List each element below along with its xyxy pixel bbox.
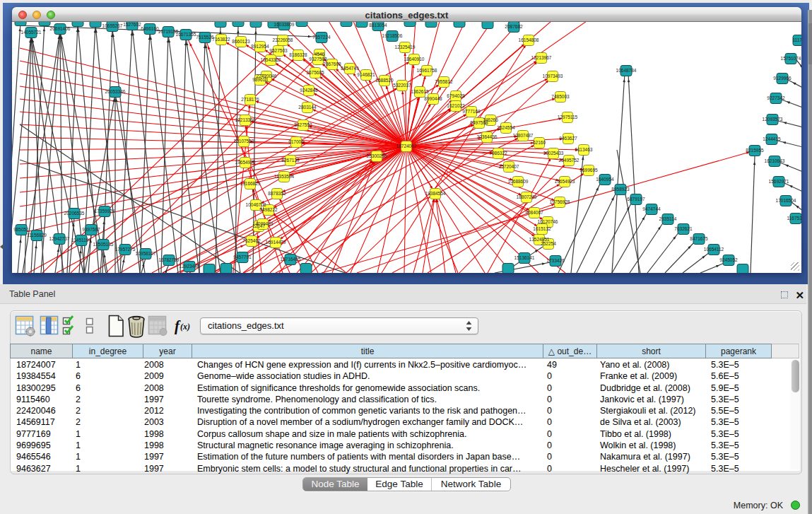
svg-text:11451194: 11451194 xyxy=(71,238,91,243)
svg-text:7485003: 7485003 xyxy=(551,94,570,99)
svg-text:1362615: 1362615 xyxy=(411,89,429,94)
svg-text:5498222: 5498222 xyxy=(259,207,278,212)
svg-text:9113463: 9113463 xyxy=(575,147,593,152)
svg-text:617004: 617004 xyxy=(288,139,304,144)
svg-text:11170: 11170 xyxy=(792,37,801,42)
svg-text:14055721: 14055721 xyxy=(21,30,42,35)
svg-text:8215955: 8215955 xyxy=(746,148,764,153)
svg-text:10654112: 10654112 xyxy=(704,247,724,252)
svg-text:19166829: 19166829 xyxy=(240,181,261,186)
svg-text:17016504: 17016504 xyxy=(776,198,796,203)
svg-text:9242848: 9242848 xyxy=(300,88,318,93)
svg-text:9777169: 9777169 xyxy=(462,109,481,114)
svg-text:1167533: 1167533 xyxy=(787,216,801,221)
svg-text:9327508: 9327508 xyxy=(309,57,327,62)
svg-text:1640954: 1640954 xyxy=(596,177,614,182)
svg-text:7625402: 7625402 xyxy=(242,238,261,243)
svg-text:1244415: 1244415 xyxy=(763,136,781,141)
svg-text:10025433: 10025433 xyxy=(543,151,564,156)
svg-text:25300295: 25300295 xyxy=(367,153,387,158)
svg-text:(x): (x) xyxy=(180,322,190,332)
svg-text:9474744: 9474744 xyxy=(642,206,661,211)
svg-text:16961758: 16961758 xyxy=(417,68,437,73)
svg-text:18807249: 18807249 xyxy=(517,194,537,199)
svg-text:8990448: 8990448 xyxy=(424,96,442,101)
svg-text:15716485: 15716485 xyxy=(281,257,301,262)
svg-text:9146821: 9146821 xyxy=(357,72,375,77)
svg-text:9245052: 9245052 xyxy=(719,257,738,262)
svg-text:12923448: 12923448 xyxy=(180,264,200,269)
svg-text:9397587: 9397587 xyxy=(82,227,100,232)
svg-text:15720407: 15720407 xyxy=(499,164,519,169)
svg-text:19654923: 19654923 xyxy=(555,179,575,184)
svg-text:20691406: 20691406 xyxy=(50,26,71,31)
svg-text:10046708: 10046708 xyxy=(246,202,266,207)
svg-text:25495752: 25495752 xyxy=(559,158,579,163)
svg-text:62160: 62160 xyxy=(533,140,546,145)
svg-text:12942737: 12942737 xyxy=(49,236,70,241)
svg-text:16120746: 16120746 xyxy=(538,219,558,224)
svg-text:8427552: 8427552 xyxy=(294,122,312,127)
svg-text:9457791: 9457791 xyxy=(233,255,252,259)
svg-text:989613: 989613 xyxy=(252,77,268,82)
svg-text:12213967: 12213967 xyxy=(531,55,552,60)
svg-text:8267130: 8267130 xyxy=(281,158,300,163)
svg-text:7632621: 7632621 xyxy=(674,226,693,231)
svg-text:18640910: 18640910 xyxy=(404,57,425,62)
svg-text:10655267: 10655267 xyxy=(102,23,123,28)
svg-text:3624554: 3624554 xyxy=(497,125,515,130)
svg-text:7357224: 7357224 xyxy=(312,35,331,40)
svg-text:6879197: 6879197 xyxy=(627,197,645,201)
svg-text:20206535: 20206535 xyxy=(64,211,85,216)
svg-text:15751074: 15751074 xyxy=(781,56,801,61)
svg-text:6497568: 6497568 xyxy=(470,120,488,125)
svg-text:2935114: 2935114 xyxy=(659,216,677,221)
svg-text:2867608: 2867608 xyxy=(323,62,341,66)
svg-text:16033809: 16033809 xyxy=(274,22,295,27)
svg-text:8454749: 8454749 xyxy=(341,66,359,71)
svg-text:19218506: 19218506 xyxy=(382,33,403,38)
svg-text:6466160: 6466160 xyxy=(141,26,159,31)
svg-text:10958107: 10958107 xyxy=(136,251,156,256)
svg-text:9129966: 9129966 xyxy=(773,76,792,81)
svg-text:16914479: 16914479 xyxy=(266,240,286,245)
svg-text:15136141: 15136141 xyxy=(514,255,535,260)
svg-text:20364436: 20364436 xyxy=(477,134,498,139)
svg-text:10688609: 10688609 xyxy=(508,179,529,184)
svg-text:16154808: 16154808 xyxy=(519,37,539,42)
svg-text:1527602: 1527602 xyxy=(123,22,141,27)
svg-text:1615132: 1615132 xyxy=(533,226,551,231)
svg-text:7986322: 7986322 xyxy=(489,151,507,156)
svg-text:19756928: 19756928 xyxy=(550,199,570,204)
svg-text:12093573: 12093573 xyxy=(763,117,783,122)
svg-text:12975115: 12975115 xyxy=(558,115,578,119)
svg-text:10648784: 10648784 xyxy=(616,68,637,73)
svg-text:3675685: 3675685 xyxy=(306,70,324,75)
svg-text:19654925: 19654925 xyxy=(235,160,256,165)
svg-text:10107553: 10107553 xyxy=(234,139,254,144)
svg-text:12213369: 12213369 xyxy=(235,117,256,122)
svg-text:9527503: 9527503 xyxy=(269,48,288,53)
svg-text:10973493: 10973493 xyxy=(543,74,563,78)
svg-text:8912954: 8912954 xyxy=(251,44,269,49)
svg-text:12325419: 12325419 xyxy=(395,45,416,49)
svg-text:14099489: 14099489 xyxy=(253,221,273,226)
svg-text:985051: 985051 xyxy=(13,227,29,232)
svg-text:9463627: 9463627 xyxy=(559,136,577,141)
svg-text:1588520: 1588520 xyxy=(375,78,394,83)
svg-text:18724007: 18724007 xyxy=(396,144,417,148)
svg-text:9084067: 9084067 xyxy=(525,210,543,215)
svg-text:8660123: 8660123 xyxy=(232,39,250,44)
svg-text:10807487: 10807487 xyxy=(513,133,534,138)
svg-text:7163822: 7163822 xyxy=(212,37,230,42)
svg-text:11156829: 11156829 xyxy=(27,233,47,238)
svg-text:11353594: 11353594 xyxy=(274,174,295,179)
svg-text:16210643: 16210643 xyxy=(765,158,785,163)
svg-text:252254: 252254 xyxy=(541,241,556,246)
svg-text:1733426: 1733426 xyxy=(546,258,565,263)
svg-text:12505135: 12505135 xyxy=(93,242,114,247)
svg-text:8958923: 8958923 xyxy=(611,187,630,192)
svg-text:16782759: 16782759 xyxy=(159,257,180,262)
svg-text:8813054: 8813054 xyxy=(369,23,387,28)
svg-text:8186328: 8186328 xyxy=(289,52,307,57)
